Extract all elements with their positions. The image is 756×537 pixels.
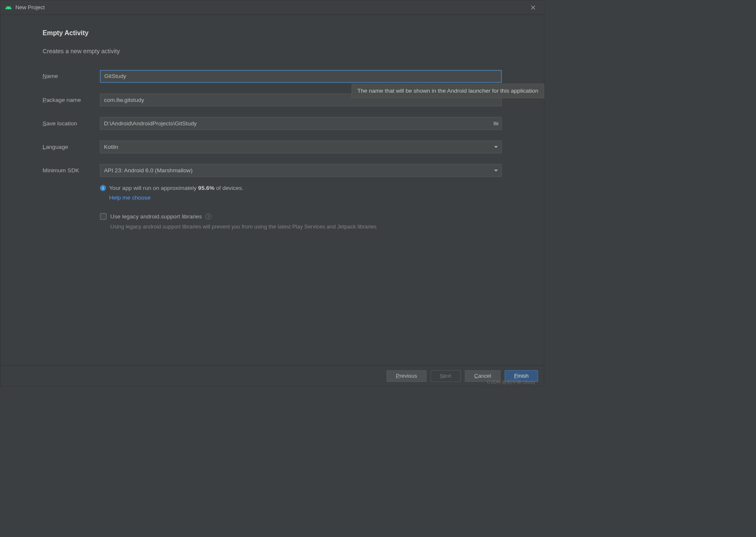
language-row: Language Kotlin <box>43 141 502 153</box>
package-label: Package name <box>43 96 100 103</box>
page-subtitle: Creates a new empty activity <box>43 48 502 55</box>
save-location-input[interactable] <box>100 117 490 130</box>
folder-icon <box>493 121 499 126</box>
legacy-checkbox-row: Use legacy android.support libraries ? <box>100 213 502 220</box>
language-select[interactable]: Kotlin <box>100 141 502 153</box>
save-location-field <box>100 117 502 130</box>
sdk-info-line: i Your app will run on approximately 95.… <box>100 185 502 192</box>
min-sdk-select[interactable]: API 23: Android 6.0 (Marshmallow) <box>100 164 502 177</box>
save-location-label: Save location <box>43 120 100 127</box>
dialog-footer: Previous Next Cancel Finish <box>0 365 544 386</box>
language-label: Language <box>43 144 100 150</box>
next-button: Next <box>431 370 461 381</box>
watermark: CSDN @初学者-Study <box>487 379 535 385</box>
browse-folder-button[interactable] <box>490 121 501 126</box>
chevron-down-icon <box>494 146 498 148</box>
legacy-section: Use legacy android.support libraries ? U… <box>100 213 502 231</box>
name-label: Name <box>43 73 100 80</box>
page-heading: Empty Activity <box>43 29 502 37</box>
sdk-info-section: i Your app will run on approximately 95.… <box>100 185 502 201</box>
min-sdk-row: Minimum SDK API 23: Android 6.0 (Marshma… <box>43 164 502 177</box>
close-icon <box>531 5 535 10</box>
name-input[interactable] <box>100 70 502 83</box>
chevron-down-icon <box>494 170 498 171</box>
window-title: New Project <box>16 4 45 10</box>
android-icon <box>5 4 12 11</box>
close-button[interactable] <box>527 1 539 13</box>
name-tooltip: The name that will be shown in the Andro… <box>352 83 544 98</box>
name-row: Name <box>43 70 502 83</box>
language-value: Kotlin <box>104 144 118 150</box>
sdk-coverage-text: Your app will run on approximately 95.6%… <box>109 185 243 192</box>
min-sdk-label: Minimum SDK <box>43 167 100 174</box>
min-sdk-value: API 23: Android 6.0 (Marshmallow) <box>104 167 193 174</box>
legacy-help-text: Using legacy android.support libraries w… <box>110 223 502 231</box>
legacy-checkbox[interactable] <box>100 213 107 220</box>
save-location-row: Save location <box>43 117 502 130</box>
info-icon: i <box>100 185 106 191</box>
previous-button[interactable]: Previous <box>387 370 427 381</box>
help-me-choose-link[interactable]: Help me choose <box>109 195 502 201</box>
titlebar: New Project <box>0 0 544 15</box>
legacy-label: Use legacy android.support libraries <box>110 213 202 220</box>
new-project-dialog: New Project Empty Activity Creates a new… <box>0 0 544 387</box>
content-area: Empty Activity Creates a new empty activ… <box>0 15 544 365</box>
legacy-help-button[interactable]: ? <box>206 213 211 219</box>
